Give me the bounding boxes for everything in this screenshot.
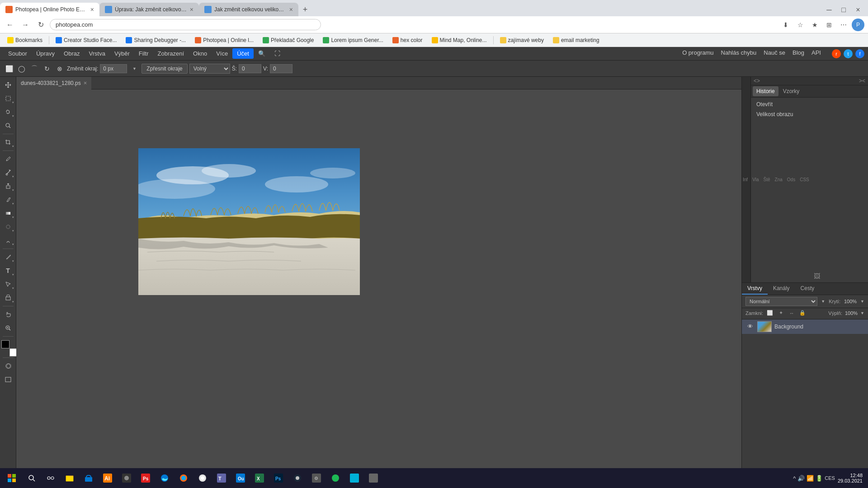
taskbar-teams[interactable]: T <box>212 468 231 488</box>
profile-icon[interactable]: P <box>852 19 864 31</box>
history-item-velikost[interactable]: Velikost obrazu <box>753 109 866 119</box>
tool-quick-mask[interactable] <box>2 360 14 372</box>
favorite-icon[interactable]: ★ <box>808 19 821 31</box>
tool-dodge[interactable]: ▾ <box>2 234 14 247</box>
taskbar-store[interactable] <box>80 468 98 488</box>
fill-value[interactable]: 100% <box>845 310 858 316</box>
toolbar-icon-5[interactable]: ⊗ <box>54 63 65 74</box>
toolbar-w-input[interactable] <box>239 64 261 73</box>
bookmark-lorem-ipsum[interactable]: Lorem ipsum Gener... <box>319 36 387 44</box>
toolbar-crop-dropdown[interactable]: ▼ <box>129 63 140 74</box>
history-tab[interactable]: Historie <box>753 86 778 96</box>
tool-clone-stamp[interactable]: ▾ <box>2 180 14 192</box>
address-input[interactable] <box>50 19 321 30</box>
layer-item-background[interactable]: 👁 Background <box>742 319 868 334</box>
refresh-button[interactable]: ↻ <box>34 19 47 31</box>
taskbar-extra3[interactable] <box>364 468 382 488</box>
tab-1[interactable]: Photopea | Online Photo Editor × <box>0 3 99 16</box>
kanaly-tab[interactable]: Kanály <box>768 283 795 295</box>
menu-ucet[interactable]: Účet <box>232 48 254 59</box>
taskbar-excel[interactable]: X <box>250 468 269 488</box>
twitter-icon[interactable]: t <box>844 49 853 58</box>
taskbar-task-view[interactable] <box>42 468 60 488</box>
facebook-icon[interactable]: f <box>855 49 864 58</box>
tool-text[interactable]: T ▾ <box>2 264 14 277</box>
menu-vrstva[interactable]: Vrstva <box>85 48 110 59</box>
back-button[interactable]: ← <box>4 19 16 31</box>
start-button[interactable] <box>2 468 22 488</box>
tool-crop[interactable]: ▾ <box>2 136 14 149</box>
menu-api[interactable]: API <box>811 49 821 58</box>
tool-gradient[interactable]: ▾ <box>2 207 14 220</box>
taskbar-chevron-icon[interactable]: ^ <box>793 475 796 482</box>
tab-3-close[interactable]: × <box>289 6 293 13</box>
forward-button[interactable]: → <box>19 19 32 31</box>
taskbar-edge[interactable] <box>156 468 174 488</box>
canvas-tab-close[interactable]: × <box>84 80 87 86</box>
lock-position-icon[interactable]: ✦ <box>777 309 785 317</box>
taskbar-outlook[interactable]: Ou <box>231 468 250 488</box>
tool-zoom[interactable] <box>2 322 14 334</box>
tab-3[interactable]: Jak změnit celkovou velikost obr... × <box>199 3 298 16</box>
menu-obraz[interactable]: Obraz <box>59 48 84 59</box>
bookmark-google-translate[interactable]: Překladač Google <box>259 36 317 44</box>
lock-move-icon[interactable]: ↔ <box>788 309 796 317</box>
taskbar-wacom[interactable] <box>118 468 136 488</box>
menu-vyber[interactable]: Výběr <box>110 48 134 59</box>
reddit-icon[interactable]: r <box>832 49 841 58</box>
taskbar-extra2[interactable] <box>345 468 363 488</box>
toolbar-icon-4[interactable]: ↻ <box>42 63 52 74</box>
minimize-button[interactable]: ─ <box>823 4 835 16</box>
bookmark-creator-studio[interactable]: Creator Studio Face... <box>52 36 120 44</box>
opacity-value[interactable]: 100% <box>844 299 857 304</box>
menu-search-icon[interactable]: 🔍 <box>254 48 270 59</box>
taskbar-spotify[interactable] <box>326 468 344 488</box>
taskbar-clock[interactable]: 12:48 29.03.2021 <box>838 473 863 483</box>
menu-vice[interactable]: Více <box>212 48 232 59</box>
menu-soubor[interactable]: Soubor <box>4 48 32 59</box>
collections-icon[interactable]: ⊞ <box>823 19 835 31</box>
downloads-icon[interactable]: ⬇ <box>779 19 792 31</box>
tool-brush[interactable]: ▾ <box>2 166 14 179</box>
settings-icon[interactable]: ⋯ <box>837 19 850 31</box>
tab-2-close[interactable]: × <box>190 6 193 13</box>
bookmark-bookmarks[interactable]: Bookmarks <box>4 36 46 44</box>
blend-mode-select[interactable]: Normální <box>745 297 817 306</box>
foreground-color[interactable] <box>1 340 9 348</box>
bookmark-sharing-debugger[interactable]: Sharing Debugger -... <box>122 36 189 44</box>
toolbar-refine-btn[interactable]: Zpřesnit okraje <box>142 64 187 74</box>
taskbar-firefox[interactable] <box>175 468 193 488</box>
cesty-tab[interactable]: Cesty <box>795 283 820 295</box>
taskbar-ime-icon[interactable]: CES <box>825 475 835 481</box>
taskbar-search[interactable] <box>23 468 41 488</box>
layer-visibility-icon[interactable]: 👁 <box>745 322 755 331</box>
toolbar-icon-2[interactable]: ◯ <box>16 63 27 74</box>
menu-naucse[interactable]: Nauč se <box>764 49 785 58</box>
tab-2[interactable]: Úprava: Jak změnit celkovou vel... × <box>99 3 199 16</box>
new-tab-button[interactable]: + <box>298 3 312 16</box>
toolbar-icon-3[interactable]: ⌒ <box>29 63 40 74</box>
bookmark-email-marketing[interactable]: email marketing <box>549 36 603 44</box>
menu-o-programu[interactable]: O programu <box>682 49 713 58</box>
tool-shape[interactable]: ▾ <box>2 291 14 304</box>
toolbar-mode-select[interactable]: Volný <box>189 64 230 74</box>
tab-1-close[interactable]: × <box>90 6 94 13</box>
rp-collapse-left[interactable]: <> <box>754 78 760 84</box>
tool-move[interactable] <box>2 79 14 91</box>
vrstvy-tab[interactable]: Vrstvy <box>742 283 768 295</box>
tool-vector-select[interactable]: ▾ <box>2 278 14 291</box>
tool-eraser[interactable]: ▾ <box>2 193 14 206</box>
menu-okno[interactable]: Okno <box>189 48 212 59</box>
taskbar-volume-icon[interactable]: 📶 <box>807 475 814 482</box>
taskbar-photoshop[interactable]: Ps <box>269 468 288 488</box>
tool-hand[interactable] <box>2 308 14 321</box>
taskbar-chrome[interactable] <box>193 468 212 488</box>
taskbar-extra1[interactable]: ⚙ <box>307 468 326 488</box>
taskbar-steam[interactable] <box>288 468 307 488</box>
bookmark-mind-map[interactable]: Mind Map, Online... <box>428 36 491 44</box>
rp-collapse-right[interactable]: >< <box>859 78 865 84</box>
tool-blur[interactable]: ▾ <box>2 221 14 233</box>
tool-eyedropper[interactable] <box>2 153 14 165</box>
bookmark-photopea[interactable]: Photopea | Online l... <box>191 36 257 44</box>
tool-pen[interactable]: ▾ <box>2 251 14 263</box>
